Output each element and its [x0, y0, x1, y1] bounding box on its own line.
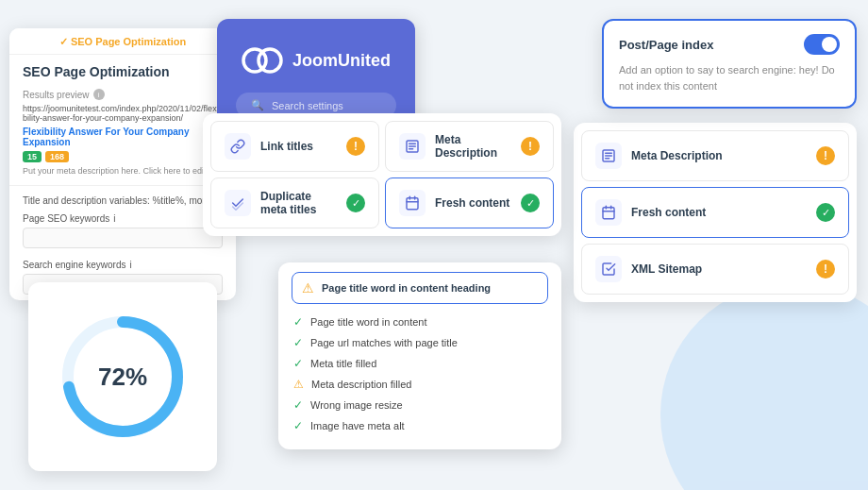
svg-point-3	[259, 49, 281, 72]
search-icon: 🔍	[251, 99, 264, 111]
index-toggle[interactable]	[804, 34, 840, 55]
seo-page-optimization-panel: SEO Page Optimization SEO Page Optimizat…	[9, 28, 236, 300]
checklist-item-label-1: Page url matches with page title	[310, 337, 458, 348]
score-circle: 72%	[57, 311, 189, 443]
check-green-icon-2: ✓	[293, 357, 303, 370]
search-keywords-info-icon: i	[130, 260, 132, 270]
checklist-item-label-2: Meta title filled	[310, 358, 376, 369]
badge-orange: 168	[45, 151, 69, 162]
seo-checks-panel: Link titles ! Meta Description !	[203, 113, 561, 236]
info-icon: i	[93, 89, 105, 100]
right-xml-sitemap-status: !	[816, 260, 835, 279]
panel-index-title: Post/Page index	[619, 38, 713, 52]
right-meta-icon-wrap	[595, 143, 622, 169]
check-card-duplicate: Duplicate meta titles ✓	[210, 177, 379, 228]
check-green-icon-5: ✓	[293, 419, 303, 432]
score-panel: 72%	[28, 282, 217, 471]
results-badges: 15 168	[9, 149, 236, 164]
variables-hint: Title and description variables: %title%…	[9, 190, 236, 208]
right-xml-sitemap-label: XML Sitemap	[631, 262, 702, 276]
duplicate-label: Duplicate meta titles	[260, 190, 339, 216]
right-fresh-icon-wrap	[595, 199, 622, 226]
joomunited-logo-text: JoomUnited	[292, 51, 391, 71]
checklist-item-1: ✓ Page url matches with page title	[292, 332, 548, 353]
checklist-panel: ⚠ Page title word in content heading ✓ P…	[278, 262, 561, 449]
seo-tab-label: SEO Page Optimization	[59, 36, 186, 47]
search-placeholder: Search settings	[272, 100, 343, 111]
right-fresh-content-label: Fresh content	[631, 206, 706, 219]
keywords-label: Page SEO keywords i	[9, 208, 236, 226]
checklist-item-label-5: Image have meta alt	[310, 420, 405, 431]
svg-rect-16	[603, 208, 614, 219]
right-check-meta-desc: Meta Description !	[581, 130, 849, 181]
right-fresh-content-status: ✓	[816, 203, 835, 222]
keywords-input[interactable]	[23, 228, 223, 248]
checklist-item-5: ✓ Image have meta alt	[292, 415, 548, 436]
meta-desc-label: Meta Description	[435, 133, 513, 160]
checklist-item-label-3: Meta description filled	[311, 379, 411, 390]
fresh-content-status: ✓	[521, 194, 540, 212]
svg-rect-8	[407, 198, 418, 210]
results-link-text: Flexibility Answer For Your Company Expa…	[9, 125, 236, 149]
seo-divider	[9, 185, 236, 186]
panel-index-header: Post/Page index	[619, 34, 840, 55]
search-keywords-label: Search engine keywords i	[9, 254, 236, 272]
right-checks-panel: Meta Description ! Fresh content ✓	[574, 123, 857, 302]
checklist-item-label-4: Wrong image resize	[310, 399, 403, 411]
checklist-item-label-0: Page title word in content	[310, 316, 427, 328]
link-titles-label: Link titles	[260, 140, 313, 153]
link-titles-status: !	[346, 137, 365, 156]
duplicate-status: ✓	[346, 194, 365, 212]
duplicate-icon-wrap	[225, 190, 251, 216]
right-meta-desc-label: Meta Description	[631, 149, 723, 162]
check-green-icon-4: ✓	[293, 398, 303, 412]
check-card-meta-desc: Meta Description !	[385, 121, 554, 172]
seo-panel-title: SEO Page Optimization	[9, 55, 236, 85]
fresh-icon-wrap	[399, 190, 426, 216]
check-orange-icon-3: ⚠	[293, 378, 304, 391]
joomunited-logo: JoomUnited	[242, 45, 391, 76]
seo-tab-header: SEO Page Optimization	[9, 28, 236, 55]
checklist-item-4: ✓ Wrong image resize	[292, 395, 548, 415]
checklist-warning-icon: ⚠	[302, 280, 314, 296]
bg-decorative-circle	[660, 282, 868, 490]
right-check-fresh-content: Fresh content ✓	[581, 187, 849, 238]
checklist-item-0: ✓ Page title word in content	[292, 312, 548, 332]
check-card-link-titles: Link titles !	[210, 121, 379, 172]
panel-index-desc: Add an option to say to search engine: h…	[619, 62, 840, 93]
post-page-index-panel: Post/Page index Add an option to say to …	[602, 19, 857, 109]
checklist-header: ⚠ Page title word in content heading	[292, 272, 548, 304]
score-value: 72%	[98, 363, 147, 392]
check-green-icon-0: ✓	[293, 315, 303, 329]
results-preview-label: Results preview i	[9, 85, 236, 102]
joomunited-logo-icon	[242, 45, 283, 76]
badge-green: 15	[23, 151, 42, 162]
keywords-info-icon: i	[113, 213, 115, 224]
checklist-header-text: Page title word in content heading	[322, 282, 491, 294]
results-desc: Put your meta description here. Click he…	[9, 164, 236, 181]
right-xml-icon-wrap	[595, 256, 622, 282]
meta-icon-wrap	[399, 133, 426, 160]
right-check-xml-sitemap: XML Sitemap !	[581, 244, 849, 295]
check-card-fresh-content: Fresh content ✓	[385, 177, 554, 228]
link-icon-wrap	[225, 133, 251, 160]
checklist-item-3: ⚠ Meta description filled	[292, 374, 548, 395]
right-meta-desc-status: !	[816, 146, 835, 165]
results-url: https://joomunitetest.com/index.php/2020…	[9, 102, 236, 125]
meta-desc-status: !	[521, 137, 540, 156]
checklist-item-2: ✓ Meta title filled	[292, 353, 548, 374]
fresh-content-label: Fresh content	[435, 196, 509, 210]
check-green-icon-1: ✓	[293, 336, 303, 349]
